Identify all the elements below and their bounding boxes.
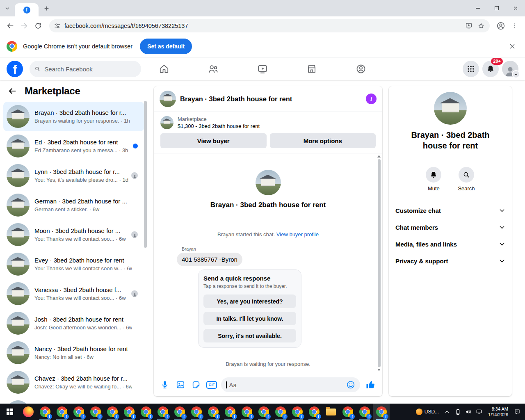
taskbar-chrome-facebook-button[interactable]	[255, 404, 272, 420]
taskbar-chrome-facebook-button[interactable]	[306, 404, 322, 420]
sidebar-scrollbar[interactable]	[144, 101, 147, 248]
chat-list-item-josh[interactable]: Josh · 3bed 2bath house for rent Josh: G…	[3, 308, 144, 338]
attach-image-button[interactable]	[174, 379, 187, 391]
chat-time: 6w	[88, 206, 99, 212]
taskbar-chrome-facebook-button[interactable]	[289, 404, 306, 420]
chat-list-item-partial[interactable]: 3bed 2bath house for re...	[3, 397, 144, 404]
profile-button[interactable]	[502, 61, 518, 77]
taskbar-chrome-facebook-button[interactable]	[104, 404, 121, 420]
section-customize-chat[interactable]: Customize chat	[389, 202, 512, 219]
browser-forward-button[interactable]	[17, 19, 31, 33]
like-button[interactable]	[363, 378, 377, 392]
taskbar-chrome-facebook-button[interactable]	[70, 404, 87, 420]
taskbar-chrome-facebook-button[interactable]	[87, 404, 104, 420]
view-buyer-button[interactable]: View buyer	[160, 133, 267, 148]
nav-home[interactable]	[142, 58, 187, 80]
nav-watch[interactable]	[240, 58, 285, 80]
chat-list-item-nancy[interactable]: Nancy · 3bed 2bath house for rent Nancy:…	[3, 338, 144, 368]
taskbar-chrome-facebook-button[interactable]	[221, 404, 238, 420]
message-input[interactable]	[228, 381, 345, 389]
address-bar[interactable]: facebook.com/messages/t/1694056738225137	[49, 19, 490, 32]
chat-list-item-ed[interactable]: Ed · 3bed 2bath house for rent Ed Zambar…	[3, 131, 144, 161]
tab-search-button[interactable]	[2, 4, 12, 12]
taskbar-clock[interactable]: 8:34 AM 1/14/2026	[484, 406, 512, 418]
taskbar-chrome-facebook-button[interactable]	[154, 404, 171, 420]
chat-list-item-brayan[interactable]: Brayan · 3bed 2bath house for r... Braya…	[3, 102, 144, 131]
nav-groups[interactable]	[338, 58, 383, 80]
search-input[interactable]	[43, 65, 136, 73]
scroll-up-arrow[interactable]	[377, 155, 381, 158]
section-chat-members[interactable]: Chat members	[389, 219, 512, 236]
taskbar-chrome-facebook-button[interactable]	[37, 404, 53, 420]
bookmark-star-icon[interactable]	[477, 22, 485, 30]
taskbar-chrome-facebook-button[interactable]	[171, 404, 188, 420]
notifications-button[interactable]: 20+	[482, 61, 499, 77]
nav-friends[interactable]	[191, 58, 236, 80]
browser-back-button[interactable]	[3, 19, 17, 33]
facebook-logo[interactable]	[7, 61, 23, 77]
conversation-header[interactable]: Brayan · 3bed 2bath house for rent	[154, 86, 382, 112]
taskbar-chrome-facebook-button[interactable]	[238, 404, 255, 420]
chat-list-item-lynn[interactable]: Lynn · 3bed 2bath house for r... You: Ye…	[3, 161, 144, 190]
scroll-down-arrow[interactable]	[377, 369, 381, 371]
tray-network-icon[interactable]	[474, 404, 484, 420]
nav-marketplace[interactable]	[289, 58, 334, 80]
quick-response-option-1[interactable]: Yes, are you interested?	[203, 294, 296, 308]
message-input-pill[interactable]	[221, 377, 360, 392]
quick-response-option-3[interactable]: Sorry, it's not available.	[203, 329, 296, 342]
taskbar-chrome-facebook-button[interactable]	[356, 404, 373, 420]
back-button[interactable]	[7, 85, 18, 97]
chat-list-item-chavez[interactable]: Chavez · 3bed 2bath house for r... Chave…	[3, 368, 144, 397]
message-scrollbar[interactable]	[377, 155, 381, 371]
new-tab-button[interactable]	[42, 4, 51, 13]
taskbar-chrome-facebook-button[interactable]	[272, 404, 289, 420]
chat-list-item-evey[interactable]: Evey · 3bed 2bath house for rent You: Th…	[3, 249, 144, 279]
search-in-conversation-button[interactable]: Search	[458, 167, 475, 192]
chat-list-item-moon[interactable]: Moon · 3bed 2bath house for ... You: Tha…	[3, 220, 144, 249]
view-buyer-profile-link[interactable]: View buyer profile	[276, 231, 319, 237]
tray-currency-widget[interactable]: USD...	[413, 404, 442, 420]
action-center-button[interactable]	[512, 404, 523, 420]
chat-list-item-german[interactable]: German · 3bed 2bath house for ... German…	[3, 190, 144, 220]
window-close-button[interactable]	[506, 0, 525, 16]
conversation-info-button[interactable]	[366, 94, 377, 104]
taskbar-chrome-facebook-button[interactable]	[188, 404, 205, 420]
browser-reload-button[interactable]	[31, 19, 45, 33]
browser-profile-button[interactable]	[494, 19, 508, 33]
gif-button[interactable]	[205, 379, 218, 391]
url-text[interactable]: facebook.com/messages/t/1694056738225137	[64, 23, 460, 29]
set-as-default-button[interactable]: Set as default	[140, 39, 192, 54]
mute-button[interactable]: Mute	[426, 167, 441, 192]
taskbar-chrome-facebook-button[interactable]	[205, 404, 221, 420]
taskbar-chrome-facebook-button[interactable]	[121, 404, 137, 420]
start-button[interactable]	[0, 404, 20, 420]
taskbar-chrome-facebook-button[interactable]	[339, 404, 356, 420]
facebook-search[interactable]	[30, 61, 141, 77]
taskbar-firefox-button[interactable]	[20, 404, 37, 420]
window-minimize-button[interactable]	[468, 0, 487, 16]
scrollbar-thumb[interactable]	[378, 159, 381, 367]
taskbar-chrome-facebook-button[interactable]	[53, 404, 70, 420]
taskbar-chrome-facebook-button[interactable]	[373, 404, 390, 420]
apps-menu-button[interactable]	[463, 61, 479, 77]
tray-show-hidden-icons-button[interactable]	[442, 404, 452, 420]
window-maximize-button[interactable]	[487, 0, 506, 16]
sticker-button[interactable]	[190, 379, 202, 391]
chat-name: Nancy · 3bed 2bath house for rent	[34, 345, 132, 352]
facebook-tab[interactable]	[15, 3, 39, 16]
banner-close-button[interactable]	[506, 40, 518, 52]
taskbar-chrome-facebook-button[interactable]	[137, 404, 154, 420]
section-privacy-support[interactable]: Privacy & support	[389, 253, 512, 269]
more-options-button[interactable]: More options	[270, 133, 376, 148]
section-media-files-links[interactable]: Media, files and links	[389, 236, 512, 253]
install-app-icon[interactable]	[465, 22, 472, 30]
tray-volume-icon[interactable]	[463, 404, 474, 420]
site-controls-icon[interactable]	[54, 23, 61, 29]
emoji-button[interactable]	[346, 380, 355, 389]
quick-response-option-2[interactable]: In talks. I'll let you know.	[203, 312, 296, 325]
tray-phone-icon[interactable]	[452, 404, 463, 420]
chat-list-item-vanessa[interactable]: Vanessa · 3bed 2bath house f... You: Tha…	[3, 279, 144, 308]
browser-menu-button[interactable]	[508, 19, 522, 33]
voice-clip-button[interactable]	[159, 379, 171, 391]
taskbar-file-explorer-button[interactable]	[322, 404, 339, 420]
